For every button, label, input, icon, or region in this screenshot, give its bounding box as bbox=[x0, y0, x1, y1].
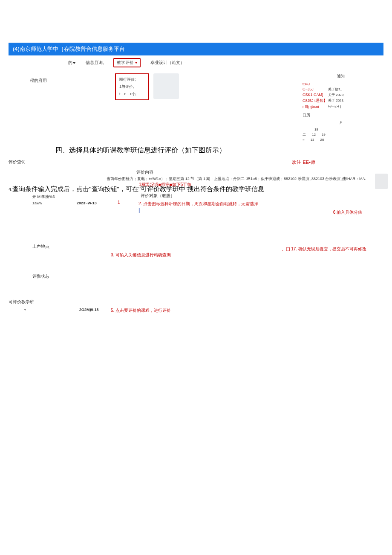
inline-red-overlap-1: 1槟果况或■师完■如下5丁每 bbox=[139, 182, 191, 188]
cursor-bar: | bbox=[138, 207, 140, 213]
red-number-1: 1 bbox=[118, 200, 120, 205]
eval-content-detail: 当前年份图桂力；复电；±AW1=）；皇期三第 12 节（第 1 期；上慢地点：丹… bbox=[107, 176, 392, 182]
notice-row[interactable]: C8J5J t通知】 关于 2023; bbox=[303, 98, 379, 104]
km-label: 开 M 学腌%3 bbox=[32, 194, 55, 200]
menu-item-2[interactable]: 1与评价; bbox=[119, 83, 145, 90]
annotation-step-6: 6.输入具体分值 bbox=[333, 209, 362, 215]
notice-row[interactable]: C=J5J 关于物?:. bbox=[303, 87, 379, 92]
date-label-2: 2O2M)9-13 bbox=[79, 308, 99, 312]
notice-body bbox=[328, 82, 379, 86]
annotation-step-5: 5. 点击要评价的课程，进行评价 bbox=[111, 308, 171, 314]
calendar-panel: 日历 月 18 二 12 19 = 13 20 bbox=[303, 113, 379, 142]
status-label: 评悦状芯 bbox=[32, 273, 49, 279]
date-label-1: 2023·-W-13 bbox=[77, 201, 97, 205]
welcome-teacher: 欢注 EE•师 bbox=[292, 159, 315, 166]
section-4-heading: 四、选择具体的听课教学班信息进行评价（如下图所示） bbox=[55, 146, 392, 155]
notice-code: C=J5J bbox=[303, 87, 328, 92]
course-use-label: 程的府用 bbox=[30, 78, 47, 84]
notice-body: 关于 2023; bbox=[328, 98, 379, 104]
platform-title: (4)南京师范大学中［存院教普合信息服务平台 bbox=[13, 46, 125, 52]
notice-title: 通知 bbox=[303, 73, 379, 79]
calendar-title: 日历 bbox=[303, 113, 379, 118]
content-row-1: 程的府用 圈行评价; 1与评价; t…n…r小; 通知 t8»J C=J5J 关… bbox=[9, 73, 383, 133]
step-4-number: 4. bbox=[9, 187, 12, 192]
notice-code: CSK1 CAM] bbox=[303, 93, 328, 97]
avatar-placeholder bbox=[153, 73, 179, 99]
row-place: 上声地点 3. 可输入关键信息进行精确查洵 。曰 17. 确认无误后提交，提交后… bbox=[0, 244, 392, 261]
calendar-row: 二 12 19 bbox=[303, 132, 379, 137]
class-label: 可评价教学班 bbox=[9, 299, 34, 305]
row-status: 评悦状芯 bbox=[0, 273, 392, 286]
place-label: 上声地点 bbox=[32, 244, 49, 250]
row-class: 可评价教学班 ¬ 2O2M)9-13 5. 点击要评价的课程，进行评价 bbox=[0, 299, 392, 316]
notice-row[interactable]: r fflj rjbxni ½^<v>t | bbox=[303, 104, 379, 109]
calendar-month: 月 bbox=[303, 120, 379, 125]
calendar-row: = 13 20 bbox=[303, 137, 379, 142]
annotation-step-7: 。曰 17. 确认无误后提交，提交后不可再修改 bbox=[282, 246, 366, 252]
annotation-step-3: 3. 可输入关键信息进行精确查洵 bbox=[111, 252, 171, 258]
notice-row[interactable]: t8»J bbox=[303, 81, 379, 87]
row-after-step4: ±aww 2023·-W-13 1 2. 点击图标选择听课的日期，周次和星期会自… bbox=[0, 201, 392, 214]
eval-query-row: 评价查词 欢注 EE•师 bbox=[0, 159, 392, 167]
platform-header: (4)南京师范大学中［存院教普合信息服务平台 bbox=[9, 43, 383, 55]
notice-row[interactable]: CSK1 CAM] 关于 2023; bbox=[303, 92, 379, 98]
nav-bar: 的 信息且询, 教学评价 ▾ 毕业设计（论文）- bbox=[9, 55, 383, 70]
annotation-step-2: 2. 点击图标选择听课的日期，周次和星期会自动跳转，无需选择 bbox=[138, 201, 258, 207]
notice-panel: 通知 t8»J C=J5J 关于物?:. CSK1 CAM] 关于 2023; … bbox=[303, 73, 379, 109]
eval-dropdown-menu: 圈行评价; 1与评价; t…n…r小; bbox=[115, 73, 149, 100]
eval-content-label: 评价内容 bbox=[136, 169, 392, 175]
notice-body: ½^<v>t | bbox=[328, 105, 379, 109]
notice-body: 关于物?:. bbox=[328, 87, 379, 92]
notice-code: t8»J bbox=[303, 82, 328, 86]
nav-item-thesis[interactable]: 毕业设计（论文）- bbox=[150, 60, 186, 66]
nav-dropdown-eval[interactable]: 教学评价 ▾ bbox=[113, 58, 141, 67]
caret-down-icon bbox=[72, 62, 76, 64]
eval-query-label: 评价查词 bbox=[9, 160, 26, 164]
menu-item-1[interactable]: 圈行评价; bbox=[119, 76, 145, 83]
notice-body: 关于 2023; bbox=[328, 93, 379, 97]
calendar-grid: 18 二 12 19 = 13 20 bbox=[303, 127, 379, 142]
neg-symbol: ¬ bbox=[24, 308, 26, 312]
instruction-step-4: 4.查询条件输入完成后，点击"查询按钮"，可在"可评价教学班中"搜出符合条件的教… bbox=[9, 185, 383, 193]
nav-item-info[interactable]: 信息且询, bbox=[86, 60, 104, 66]
aww-label: ±aww bbox=[32, 201, 42, 205]
menu-item-3[interactable]: t…n…r小; bbox=[119, 90, 145, 98]
step-4-text: 查询条件输入完成后，点击"查询按钮"，可在"可评价教学班中"搜出符合条件的教学班… bbox=[12, 185, 264, 192]
calendar-row: 18 bbox=[303, 127, 379, 132]
notice-code: r fflj rjbxni bbox=[303, 105, 328, 109]
notice-code: C8J5J t通知】 bbox=[303, 98, 328, 104]
nav-item-1[interactable]: 的 bbox=[68, 60, 76, 66]
caret-down-icon: ▾ bbox=[135, 60, 137, 65]
